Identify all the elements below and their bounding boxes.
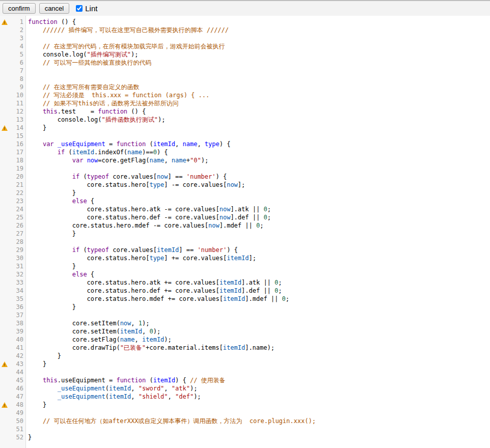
lint-marker-cell [0,287,9,295]
code-line[interactable]: 4 // 在这里写的代码，在所有模块加载完毕后，游戏开始前会被执行 [0,42,490,50]
code-line[interactable]: 30 core.status.hero[type] += core.values… [0,254,490,262]
code-line[interactable]: 7 [0,67,490,75]
code-line[interactable]: 46 _useEquipment(itemId, "sword", "atk")… [0,384,490,393]
cancel-button[interactable]: cancel [39,3,70,14]
code-line[interactable]: 26 core.status.hero.mdef -= core.values[… [0,221,490,230]
code-line[interactable]: 21 core.status.hero[type] -= core.values… [0,181,490,189]
code-line[interactable]: 33 core.status.hero.atk += core.values[i… [0,278,490,287]
code-line[interactable]: 23 else { [0,197,490,205]
code-line[interactable]: 13 console.log("插件函数执行测试"); [0,116,490,124]
code-line[interactable]: 1function () { [0,18,490,26]
code-line[interactable]: 48 } [0,401,490,409]
code-line[interactable]: 25 core.status.hero.def -= core.values[n… [0,213,490,221]
lint-checkbox[interactable] [76,5,83,12]
code-line[interactable]: 11 // 如果不写this的话，函数将无法被外部所访问 [0,99,490,107]
line-number: 7 [9,67,26,75]
code-line[interactable]: 22 } [0,189,490,197]
code-line[interactable]: 24 core.status.hero.atk -= core.values[n… [0,205,490,213]
line-number: 11 [9,99,26,107]
code-line[interactable]: 19 [0,164,490,173]
code-line[interactable]: 3 [0,34,490,42]
code-line[interactable]: 14 } [0,124,490,132]
code-line[interactable]: 5 console.log("插件编写测试"); [0,50,490,59]
line-gutter: 5 [0,50,26,59]
lint-toggle: Lint [76,4,97,13]
code-text: core.drawTip("已装备"+core.material.items[i… [26,344,275,352]
code-line[interactable]: 41 core.drawTip("已装备"+core.material.item… [0,344,490,352]
line-number: 41 [9,344,26,352]
code-line[interactable]: 17 if (itemId.indexOf(name)==0) { [0,148,490,156]
code-line[interactable]: 28 [0,238,490,246]
code-text: core.status.hero[type] -= core.values[no… [26,181,245,189]
line-gutter: 43 [0,360,26,368]
code-line[interactable]: 38 core.setItem(now, 1); [0,319,490,327]
code-line[interactable]: 42 } [0,352,490,360]
code-line[interactable]: 29 if (typeof core.values[itemId] == 'nu… [0,246,490,254]
lint-marker-cell [0,75,9,83]
code-text: this.useEquipment = function (itemId) { … [26,376,226,384]
code-line[interactable]: 52} [0,433,490,441]
code-line[interactable]: 45 this.useEquipment = function (itemId)… [0,376,490,384]
lint-marker-cell [0,319,9,327]
line-number: 40 [9,335,26,344]
line-gutter: 10 [0,91,26,99]
code-text [26,409,28,417]
code-text: else { [26,270,94,278]
code-line[interactable]: 34 core.status.hero.def += core.values[i… [0,287,490,295]
code-line[interactable]: 35 core.status.hero.mdef += core.values[… [0,295,490,303]
line-gutter: 47 [0,393,26,401]
code-line[interactable]: 10 // 写法必须是 this.xxx = function (args) {… [0,91,490,99]
code-text [26,368,28,376]
code-editor[interactable]: 1function () {2 ////// 插件编写，可以在这里写自己额外需要… [0,16,490,448]
lint-marker-cell [0,425,9,433]
code-line[interactable]: 37 [0,311,490,319]
code-line[interactable]: 2 ////// 插件编写，可以在这里写自己额外需要执行的脚本 ////// [0,26,490,34]
line-number: 43 [9,360,26,368]
code-line[interactable]: 43 } [0,360,490,368]
code-text: function () { [26,18,76,26]
code-line[interactable]: 39 core.setItem(itemId, 0); [0,327,490,335]
line-number: 15 [9,132,26,140]
line-gutter: 14 [0,124,26,132]
line-gutter: 1 [0,18,26,26]
code-line[interactable]: 8 [0,75,490,83]
line-gutter: 48 [0,401,26,409]
line-gutter: 16 [0,140,26,148]
line-gutter: 25 [0,213,26,221]
code-line[interactable]: 49 [0,409,490,417]
lint-marker-cell [0,107,9,116]
line-number: 16 [9,140,26,148]
code-line[interactable]: 40 core.setFlag(name, itemId); [0,335,490,344]
code-lines: 1function () {2 ////// 插件编写，可以在这里写自己额外需要… [0,16,490,441]
confirm-button[interactable]: confirm [3,3,36,14]
line-gutter: 44 [0,368,26,376]
code-line[interactable]: 31 } [0,262,490,270]
code-line[interactable]: 12 this.test = function () { [0,107,490,116]
line-gutter: 6 [0,59,26,67]
code-line[interactable]: 20 if (typeof core.values[now] == 'numbe… [0,173,490,181]
code-line[interactable]: 44 [0,368,490,376]
code-line[interactable]: 16 var _useEquipment = function (itemId,… [0,140,490,148]
lint-marker-cell [0,59,9,67]
line-gutter: 20 [0,173,26,181]
code-line[interactable]: 15 [0,132,490,140]
code-text [26,238,28,246]
code-line[interactable]: 27 } [0,230,490,238]
code-line[interactable]: 50 // 可以在任何地方（如afterXXX或自定义脚本事件）调用函数，方法为… [0,417,490,425]
line-number: 14 [9,124,26,132]
code-line[interactable]: 51 [0,425,490,433]
code-text: core.setFlag(name, itemId); [26,335,172,344]
lint-label: Lint [85,4,97,13]
line-number: 48 [9,401,26,409]
code-line[interactable]: 47 _useEquipment(itemId, "shield", "def"… [0,393,490,401]
line-gutter: 2 [0,26,26,34]
code-line[interactable]: 6 // 可以写一些其他的被直接执行的代码 [0,59,490,67]
line-number: 21 [9,181,26,189]
code-line[interactable]: 9 // 在这里写所有需要自定义的函数 [0,83,490,91]
editor-toolbar: confirm cancel Lint [0,0,490,16]
code-line[interactable]: 32 else { [0,270,490,278]
line-gutter: 37 [0,311,26,319]
lint-marker-cell [0,197,9,205]
code-line[interactable]: 36 } [0,303,490,311]
code-line[interactable]: 18 var now=core.getFlag(name, name+"0"); [0,156,490,164]
